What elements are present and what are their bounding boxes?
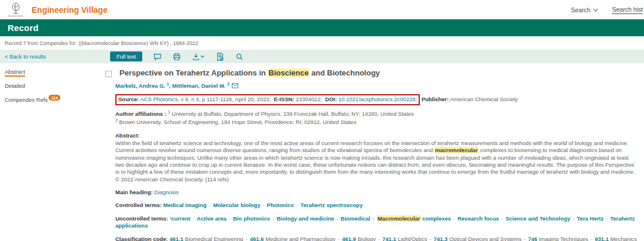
record-query-info: Record 7 from Compendex for: ((Macromole…	[0, 36, 644, 50]
abstract-section: Abstract: Within the field of terahertz …	[115, 132, 637, 183]
controlled-terms-line: Controlled terms: Medical imaging-Molecu…	[115, 202, 637, 209]
page-title: Record	[8, 23, 39, 33]
classification-code-link[interactable]: 741.1	[382, 236, 396, 241]
classification-code-link[interactable]: 746	[528, 236, 537, 241]
refs-count-badge: 114	[49, 95, 60, 101]
uncontrolled-terms-line: Uncontrolled terms: 'current-Active area…	[115, 215, 637, 230]
author-link[interactable]: Mittleman, Daniel M. 2	[172, 82, 229, 89]
copyright-line: © 2022 American Chemical Society. (114 r…	[115, 176, 637, 183]
elsevier-logo: ELSEVIER	[6, 2, 26, 18]
record-title: Perspective on Terahertz Applications in…	[119, 68, 380, 78]
action-band: < Back to results Full text	[0, 50, 644, 63]
publisher-value: American Chemical Society	[450, 96, 518, 102]
save-record-icon[interactable]	[216, 53, 224, 61]
uncontrolled-term-link[interactable]: Science and Technology	[505, 215, 570, 222]
chevron-down-icon	[201, 56, 204, 57]
chevron-down-icon	[594, 6, 598, 11]
brand-title: Engineering Village	[32, 5, 108, 15]
main-heading-line: Main heading: Diagnosis	[115, 189, 637, 196]
classification-code-link[interactable]: 741.3	[434, 236, 448, 241]
record-select-checkbox[interactable]	[105, 71, 112, 77]
search-menu[interactable]: Search	[571, 6, 597, 13]
author-affiliations: Author affiliations : 1 University at Bu…	[115, 109, 637, 126]
journal-link[interactable]: ACS Photonics	[141, 96, 178, 102]
download-icon[interactable]	[192, 53, 205, 61]
classification-code-link[interactable]: 461.9	[342, 236, 356, 241]
uncontrolled-term-link[interactable]: Active area	[197, 215, 227, 222]
uncontrolled-term-link[interactable]: Macromolecular complexes	[377, 215, 451, 222]
classification-codes-line: Classification code: 461.1 Biomedical En…	[115, 236, 637, 241]
doi-link[interactable]: 10.1021/acsphotonics.2c00228;	[338, 96, 417, 102]
highlight-term: Bioscience	[268, 68, 310, 77]
email-icon[interactable]	[232, 83, 238, 88]
uncontrolled-term-link[interactable]: Biomedical	[341, 215, 371, 222]
back-to-results-link[interactable]: < Back to results	[5, 53, 46, 60]
uncontrolled-term-link[interactable]: Biology and medicine	[276, 215, 334, 222]
sidebar-item-compendex-refs[interactable]: Compendex Refs114	[5, 95, 105, 103]
search-icon[interactable]	[235, 53, 244, 61]
controlled-term-link[interactable]: Photonics	[267, 202, 294, 208]
uncontrolled-term-link[interactable]: 'current	[170, 215, 190, 222]
uncontrolled-term-link[interactable]: Bio photonics	[233, 215, 270, 222]
print-icon[interactable]	[173, 53, 181, 61]
uncontrolled-term-link[interactable]: Research focus	[457, 215, 499, 222]
highlight-term: macromolecular	[434, 147, 478, 153]
app-header: ELSEVIER Engineering Village Search Sear…	[0, 0, 644, 19]
search-history-link[interactable]: Search hist	[612, 6, 643, 14]
controlled-term-link[interactable]: Medical imaging	[163, 202, 207, 208]
record-toolbar: Full text	[110, 51, 244, 61]
source-annotation-box: Source: ACS Photonics, v 9, n 4, p 1117-…	[115, 94, 420, 105]
page-title-bar: Record	[0, 19, 644, 36]
elsevier-logo-caption: ELSEVIER	[8, 15, 23, 18]
uncontrolled-term-link[interactable]: Tera Hertz	[577, 215, 604, 222]
comment-icon[interactable]	[153, 53, 162, 61]
classification-code-link[interactable]: 461.6	[250, 236, 264, 241]
controlled-term-link[interactable]: Terahertz spectroscopy	[300, 202, 362, 208]
source-line: Source: ACS Photonics, v 9, n 4, p 1117-…	[115, 94, 637, 105]
record-sidebar: AbstractDetailedCompendex Refs114	[0, 68, 105, 241]
sidebar-item-abstract[interactable]: Abstract	[5, 68, 105, 77]
record-main: Perspective on Terahertz Applications in…	[105, 68, 644, 241]
highlight-term: Macromolecular	[377, 215, 421, 222]
author-link[interactable]: Markelz, Andrea G. 1	[115, 82, 169, 89]
sidebar-item-detailed[interactable]: Detailed	[5, 82, 105, 89]
chevron-left-icon: <	[5, 53, 8, 60]
authors-line: Markelz, Andrea G. 1, Mittleman, Daniel …	[115, 81, 637, 90]
controlled-term-link[interactable]: Molecular biology	[213, 202, 261, 208]
abstract-text: Within the field of terahertz science an…	[115, 140, 637, 183]
elsevier-tree-icon	[9, 2, 22, 15]
classification-code-link[interactable]: 461.1	[169, 236, 183, 241]
full-text-button[interactable]: Full text	[110, 51, 142, 61]
classification-code-link[interactable]: 931.1	[595, 236, 609, 241]
main-heading-link[interactable]: Diagnosis	[155, 189, 179, 195]
